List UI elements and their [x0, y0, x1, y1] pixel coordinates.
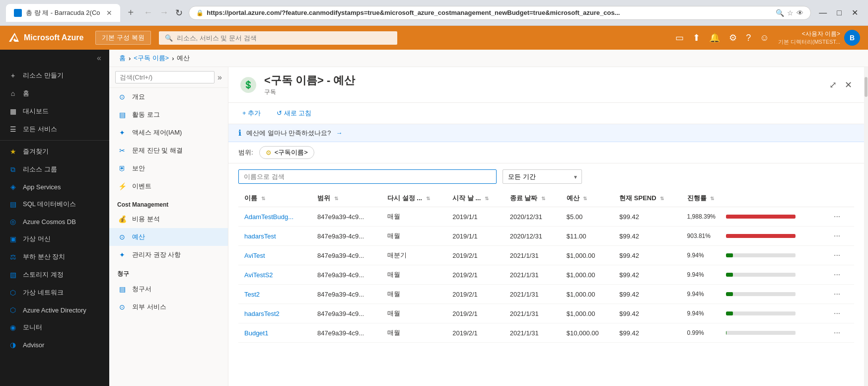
- col-header-budget[interactable]: 예산 ⇅: [561, 190, 614, 207]
- events-icon: ⚡: [117, 182, 127, 190]
- col-header-reset[interactable]: 다시 설정 ... ⇅: [381, 190, 446, 207]
- tab-close-button[interactable]: ✕: [106, 9, 112, 17]
- sub-sidebar-item-events[interactable]: ⚡ 이벤트: [109, 177, 228, 195]
- add-budget-button[interactable]: + 추가: [238, 107, 265, 120]
- address-bar[interactable]: 🔒 https://portal.azure.com/?feature.canm…: [189, 6, 811, 20]
- sidebar-item-storage[interactable]: ▧ 스토리지 계정: [0, 266, 109, 284]
- sub-sidebar-item-cost-analysis[interactable]: 💰 비용 분석: [109, 210, 228, 228]
- popout-button[interactable]: ⤢: [827, 77, 839, 92]
- col-header-progress[interactable]: 진행률 ⇅: [681, 190, 825, 207]
- user-profile[interactable]: <사용자 이름> 기본 디렉터리(MSTEST... B: [778, 30, 860, 46]
- budget-name-link-3[interactable]: AviTestS2: [244, 271, 273, 279]
- refresh-button[interactable]: ↺ 새로 고침: [273, 107, 315, 120]
- col-header-start-date[interactable]: 시작 날 ... ⇅: [446, 190, 504, 207]
- upload-icon[interactable]: ⬆: [693, 32, 700, 43]
- row-context-menu-0[interactable]: ···: [831, 211, 843, 222]
- sidebar-item-dashboard[interactable]: ▦ 대시보드: [0, 102, 109, 120]
- sidebar-item-home[interactable]: ⌂ 홈: [0, 84, 109, 102]
- cell-scope-4: 847e9a39-4c9...: [311, 285, 381, 304]
- sidebar-item-virtual-machines[interactable]: ▣ 가상 머신: [0, 230, 109, 248]
- budget-name-link-1[interactable]: hadarsTest: [244, 232, 276, 240]
- cell-spend-4: $99.42: [613, 285, 681, 304]
- row-context-menu-3[interactable]: ···: [831, 269, 843, 280]
- budget-name-link-6[interactable]: Budget1: [244, 329, 268, 337]
- progress-wrapper-1: 903.81%: [687, 232, 819, 239]
- sub-sidebar-item-budgets[interactable]: ⊙ 예산: [109, 228, 228, 246]
- cloud-shell-icon[interactable]: ▭: [675, 32, 684, 43]
- budget-name-link-2[interactable]: AviTest: [244, 252, 265, 259]
- row-context-menu-2[interactable]: ···: [831, 250, 843, 260]
- budget-name-link-0[interactable]: AdamTestBudg...: [244, 213, 293, 221]
- sidebar-item-vnet[interactable]: ⬡ 가상 네트워크: [0, 284, 109, 302]
- sidebar-item-sql-db[interactable]: ▤ SQL 데이터베이스: [0, 195, 109, 213]
- sub-sidebar-item-advisor-recommendations[interactable]: ✦ 관리자 권장 사항: [109, 246, 228, 264]
- refresh-button[interactable]: ↻: [173, 5, 185, 20]
- sidebar-item-monitor[interactable]: ◉ 모니터: [0, 318, 109, 336]
- close-button[interactable]: ✕: [848, 6, 862, 19]
- period-select-wrapper: 모든 기간 이번 달 이번 분기 올해: [503, 169, 582, 184]
- sidebar-item-azure-ad[interactable]: ⬡ Azure Active Directory: [0, 302, 109, 318]
- row-context-menu-6[interactable]: ···: [831, 327, 843, 338]
- breadcrumb-parent[interactable]: <구독 이름>: [134, 54, 169, 63]
- sidebar-item-cosmos-db[interactable]: ◎ Azure Cosmos DB: [0, 213, 109, 230]
- sub-sidebar-collapse-button[interactable]: »: [217, 73, 222, 82]
- panel-close-button[interactable]: ✕: [843, 77, 854, 92]
- period-select[interactable]: 모든 기간 이번 달 이번 분기 올해: [503, 169, 582, 184]
- header-search-input[interactable]: [177, 34, 391, 42]
- sidebar-item-app-services[interactable]: ◈ App Services: [0, 178, 109, 195]
- row-context-menu-1[interactable]: ···: [831, 231, 843, 241]
- progress-bar-container-0: [726, 215, 796, 219]
- breadcrumb-home[interactable]: 홈: [119, 54, 126, 63]
- row-context-menu-5[interactable]: ···: [831, 308, 843, 318]
- cell-reset-3: 매월: [381, 265, 446, 285]
- sub-sidebar-item-external-services[interactable]: ⊙ 외부 서비스: [109, 298, 228, 316]
- notification-icon[interactable]: 🔔: [709, 32, 720, 43]
- header-search-box[interactable]: 🔍: [159, 31, 397, 45]
- browser-tab[interactable]: 총 량 제 - Barracuda 2(Co ✕: [6, 4, 120, 22]
- sidebar-item-create-resource[interactable]: + 리소스 만들기: [0, 67, 109, 84]
- cell-end-date-0: 2020/12/31: [504, 207, 561, 227]
- settings-icon[interactable]: ⚙: [729, 32, 737, 43]
- sub-sidebar-item-diagnose[interactable]: ✂ 문제 진단 및 해결: [109, 142, 228, 159]
- star-icon[interactable]: ☆: [787, 9, 794, 17]
- sub-sidebar-item-activity-log[interactable]: ▤ 활동 로그: [109, 106, 228, 124]
- col-header-scope[interactable]: 범위 ⇅: [311, 190, 381, 207]
- sidebar-item-resource-groups[interactable]: ⧉ 리소스 그룹: [0, 160, 109, 178]
- table-search-input[interactable]: [238, 169, 497, 184]
- col-header-end-date[interactable]: 종료 날짜 ⇅: [504, 190, 561, 207]
- info-banner-arrow[interactable]: →: [336, 129, 342, 137]
- sidebar-item-all-services[interactable]: ☰ 모든 서비스: [0, 120, 109, 138]
- col-header-name[interactable]: 이름 ⇅: [238, 190, 311, 207]
- maximize-button[interactable]: □: [833, 6, 846, 19]
- row-context-menu-4[interactable]: ···: [831, 289, 843, 299]
- budget-name-link-5[interactable]: hadarsTest2: [244, 310, 280, 317]
- sidebar-collapse-button[interactable]: «: [0, 50, 109, 67]
- sub-sidebar-search-input[interactable]: [115, 71, 215, 83]
- user-avatar[interactable]: B: [844, 30, 860, 46]
- col-header-current-spend[interactable]: 현재 SPEND ⇅: [613, 190, 681, 207]
- eye-icon[interactable]: 👁: [796, 9, 803, 17]
- sidebar-item-load-balancer[interactable]: ⚖ 부하 분산 장치: [0, 248, 109, 266]
- budget-name-link-4[interactable]: Test2: [244, 291, 260, 298]
- filter-bar: 범위: ⚙ <구독이름>: [228, 142, 864, 163]
- new-tab-button[interactable]: +: [124, 7, 138, 18]
- vertical-scrollbar[interactable]: [864, 67, 868, 386]
- back-button[interactable]: ←: [142, 5, 154, 20]
- sub-sidebar-item-invoices[interactable]: ▤ 청구서: [109, 280, 228, 298]
- sub-sidebar-item-security[interactable]: ⛨ 보안: [109, 159, 228, 177]
- security-icon: ⛨: [117, 164, 127, 172]
- scope-tag[interactable]: ⚙ <구독이름>: [259, 146, 314, 159]
- header-search-icon: 🔍: [165, 34, 173, 42]
- feedback-icon[interactable]: ☺: [760, 33, 769, 43]
- minimize-button[interactable]: —: [815, 6, 831, 19]
- restore-config-button[interactable]: 기본 구성 복원: [95, 31, 150, 45]
- sort-icon-scope: ⇅: [334, 196, 338, 201]
- sidebar-item-favorites[interactable]: ★ 즐겨찾기: [0, 143, 109, 160]
- forward-button[interactable]: →: [157, 5, 170, 20]
- sidebar-item-advisor[interactable]: ◑ Advisor: [0, 336, 109, 353]
- progress-bar-5: [726, 311, 733, 315]
- sub-sidebar-item-overview[interactable]: ⊙ 개요: [109, 88, 228, 106]
- progress-pct-1: 903.81%: [687, 232, 722, 239]
- help-icon[interactable]: ?: [746, 33, 751, 43]
- sub-sidebar-item-access-control[interactable]: ✦ 액세스 제어(IAM): [109, 124, 228, 142]
